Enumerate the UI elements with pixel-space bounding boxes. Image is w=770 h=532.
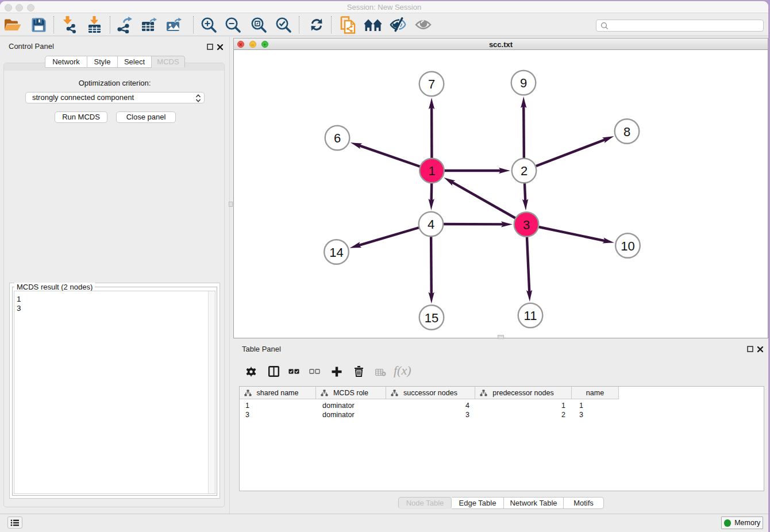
svg-text:15: 15 xyxy=(425,311,438,325)
svg-text:10: 10 xyxy=(621,239,634,253)
svg-text:1: 1 xyxy=(428,164,435,178)
svg-text:11: 11 xyxy=(524,309,537,323)
svg-text:6: 6 xyxy=(334,131,341,145)
svg-text:14: 14 xyxy=(329,245,343,260)
svg-text:4: 4 xyxy=(428,217,434,232)
svg-text:9: 9 xyxy=(520,76,527,90)
svg-text:8: 8 xyxy=(623,125,630,139)
svg-text:2: 2 xyxy=(521,164,528,178)
svg-text:7: 7 xyxy=(428,77,435,91)
svg-text:3: 3 xyxy=(523,218,530,232)
